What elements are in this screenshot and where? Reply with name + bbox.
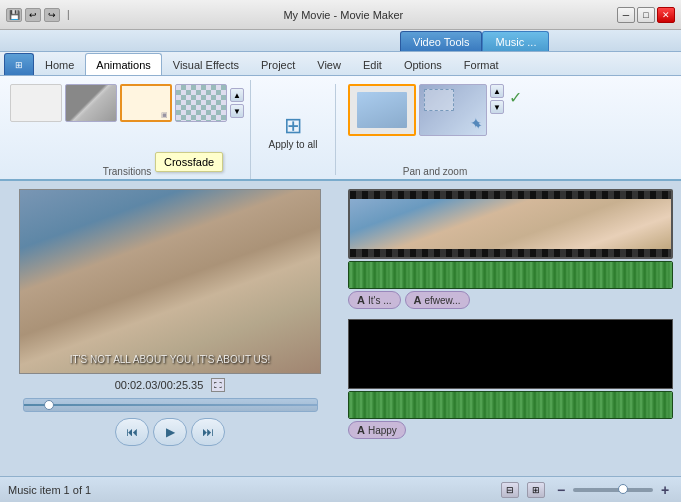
video-tools-tab[interactable]: Video Tools [400,31,482,51]
tab-format[interactable]: Format [453,53,510,75]
video-frame [20,190,320,373]
black-clip[interactable] [348,319,673,389]
quick-access-toolbar: 💾 ↩ ↪ | [6,8,70,22]
timeline-clip-2: A Happy [348,319,673,439]
status-text: Music item 1 of 1 [8,484,493,496]
prev-frame-button[interactable]: ⏮ [115,418,149,446]
tab-edit[interactable]: Edit [352,53,393,75]
panzoom-content: ✦ ▲ ▼ ✓ [348,82,522,166]
maximize-button[interactable]: □ [637,7,655,23]
panzoom-box [424,89,454,111]
transition-checker[interactable] [175,84,227,122]
tab-options[interactable]: Options [393,53,453,75]
panzoom-check-icon: ✓ [509,88,522,107]
audio-bar-1 [348,261,673,289]
apply-all-content: ⊞ Apply to all [265,82,322,179]
film-holes-top-1 [350,191,671,199]
music-tools-tab[interactable]: Music ... [482,31,549,51]
film-holes-bottom-1 [350,249,671,257]
ribbon-separator [335,84,336,175]
clip-labels-2: A Happy [348,421,673,439]
film-content-1 [350,199,671,249]
play-button[interactable]: ▶ [153,418,187,446]
panzoom-zoom[interactable]: ✦ [419,84,487,136]
transition-scroll: ▲ ▼ [230,88,244,118]
zoom-slider[interactable] [573,488,653,492]
timeline-panel: A It's ... A efwew... A Happy [340,181,681,476]
audio-wave-2 [349,392,672,418]
tab-home[interactable]: Home [34,53,85,75]
preview-panel: IT'S NOT ALL ABOUT YOU, IT'S ABOUT US! 0… [0,181,340,476]
transition-blank[interactable] [10,84,62,122]
title-bar: 💾 ↩ ↪ | My Movie - Movie Maker ─ □ ✕ [0,0,681,30]
clip-labels-1: A It's ... A efwew... [348,291,673,309]
timecode: 00:02.03/00:25.35 [115,379,204,391]
transition-scroll-up[interactable]: ▲ [230,88,244,102]
scrubber[interactable] [23,398,318,412]
tab-animations[interactable]: Animations [85,53,161,75]
panzoom-scroll-up[interactable]: ▲ [490,84,504,98]
main-content: IT'S NOT ALL ABOUT YOU, IT'S ABOUT US! 0… [0,181,681,476]
audio-wave-1 [349,262,672,288]
undo-icon[interactable]: ↩ [25,8,41,22]
video-caption: IT'S NOT ALL ABOUT YOU, IT'S ABOUT US! [70,354,271,365]
tab-view[interactable]: View [306,53,352,75]
clip-label-1b[interactable]: A efwew... [405,291,470,309]
minimize-button[interactable]: ─ [617,7,635,23]
apply-all-icon: ⊞ [284,113,302,139]
tab-project[interactable]: Project [250,53,306,75]
panzoom-scroll-down[interactable]: ▼ [490,100,504,114]
video-preview: IT'S NOT ALL ABOUT YOU, IT'S ABOUT US! [19,189,321,374]
window-controls: ─ □ ✕ [617,7,675,23]
transition-scroll-down[interactable]: ▼ [230,104,244,118]
panzoom-none-preview [357,92,407,128]
tab-visual-effects[interactable]: Visual Effects [162,53,250,75]
ribbon-tabs: ⊞ Home Animations Visual Effects Project… [0,52,681,76]
transitions-label: Transitions [103,166,152,179]
redo-icon[interactable]: ↪ [44,8,60,22]
panzoom-group: ✦ ▲ ▼ ✓ Pan and zoom [342,80,528,179]
timeline-clip-1: A It's ... A efwew... [348,189,673,309]
transport-controls: ⏮ ▶ ⏭ [115,418,225,446]
save-icon[interactable]: 💾 [6,8,22,22]
apply-all-button[interactable]: ⊞ Apply to all [265,111,322,152]
app-title: My Movie - Movie Maker [70,9,617,21]
panzoom-label: Pan and zoom [403,166,468,179]
zoom-in-button[interactable]: + [657,482,673,498]
next-frame-button[interactable]: ⏭ [191,418,225,446]
film-strip-1[interactable] [348,189,673,259]
audio-bar-2 [348,391,673,419]
expand-icon[interactable]: ⛶ [211,378,225,392]
clip-label-2a[interactable]: A Happy [348,421,406,439]
zoom-slider-thumb[interactable] [618,484,628,494]
panzoom-scroll: ▲ ▼ [490,84,504,114]
ribbon: ▣ ▲ ▼ Transitions ⊞ Apply to all [0,76,681,181]
zoom-out-button[interactable]: − [553,482,569,498]
close-button[interactable]: ✕ [657,7,675,23]
status-bar: Music item 1 of 1 ⊟ ⊞ − + [0,476,681,502]
zoom-control: − + [553,482,673,498]
transition-crossfade[interactable]: ▣ [120,84,172,122]
status-icon-2[interactable]: ⊞ [527,482,545,498]
transition-gray[interactable] [65,84,117,122]
scrubber-thumb[interactable] [44,400,54,410]
apply-all-label: Apply to all [269,139,318,150]
clip-label-1a[interactable]: A It's ... [348,291,401,309]
status-icon-1[interactable]: ⊟ [501,482,519,498]
crossfade-tooltip: Crossfade [155,152,223,172]
panzoom-zoom-icon: ✦ [470,115,482,131]
tool-tabs: Video Tools Music ... [0,30,681,52]
panzoom-none[interactable] [348,84,416,136]
time-display: 00:02.03/00:25.35 ⛶ [115,378,226,392]
scrubber-track [24,404,317,406]
tab-home-icon[interactable]: ⊞ [4,53,34,75]
apply-all-group: ⊞ Apply to all [253,80,333,179]
